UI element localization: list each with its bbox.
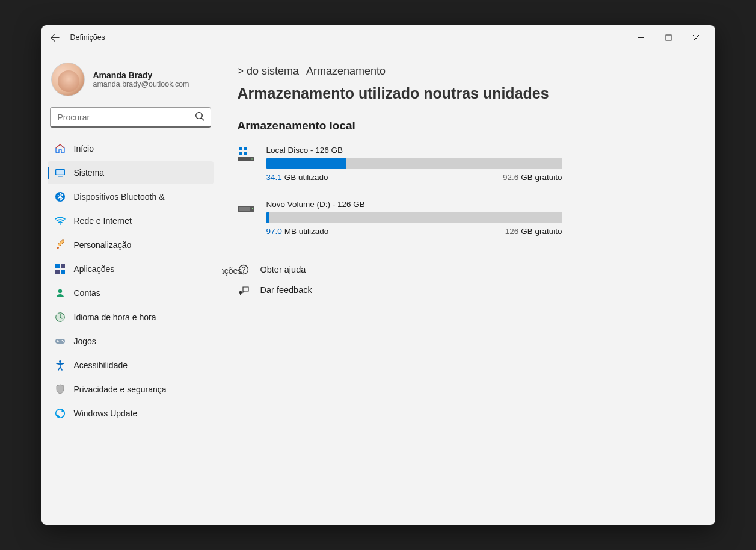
drive-row[interactable]: Local Disco - 126 GB 34.1GB utilizado 92… <box>238 146 562 182</box>
section-heading: Armazenamento local <box>238 119 697 132</box>
bluetooth-icon <box>55 191 66 202</box>
free-text: 92.6GB gratuito <box>503 173 562 182</box>
close-icon <box>693 34 699 41</box>
svg-rect-30 <box>240 294 241 295</box>
link-label: Obter ajuda <box>260 265 306 274</box>
breadcrumb: > do sistema Armazenamento Armazenamento… <box>238 65 697 102</box>
storage-bar <box>266 212 562 223</box>
avatar <box>51 63 85 96</box>
sidebar-item-acessibilidade[interactable]: Acessibilidade <box>48 354 214 377</box>
close-button[interactable] <box>683 28 710 47</box>
svg-point-16 <box>59 360 61 363</box>
sidebar-item-label: Acessibilidade <box>74 360 128 370</box>
svg-rect-8 <box>61 264 65 268</box>
sidebar-item-aplicacoes[interactable]: Aplicações <box>48 258 214 280</box>
svg-rect-25 <box>239 207 250 211</box>
svg-rect-9 <box>55 270 60 274</box>
drive-row[interactable]: Novo Volume (D:) - 126 GB 97.0MB utiliza… <box>238 200 562 236</box>
svg-rect-10 <box>61 270 65 274</box>
svg-rect-0 <box>666 35 671 40</box>
get-help-link[interactable]: Obter ajuda <box>238 264 697 276</box>
arrow-left-icon <box>51 33 60 42</box>
svg-point-17 <box>55 409 64 418</box>
back-button[interactable] <box>46 28 64 46</box>
give-feedback-link[interactable]: Dar feedback <box>238 284 697 296</box>
main-content: > do sistema Armazenamento Armazenamento… <box>222 49 715 525</box>
nav: Início Sistema Dispositivos Bluetooth & <box>45 135 216 427</box>
sidebar-item-bluetooth[interactable]: Dispositivos Bluetooth & <box>48 185 214 208</box>
svg-point-6 <box>59 223 60 224</box>
sidebar-item-label: Dispositivos Bluetooth & <box>74 192 165 202</box>
drive-name: Local Disco - 126 GB <box>266 146 562 155</box>
sidebar-item-inicio[interactable]: Início <box>48 137 214 160</box>
maximize-button[interactable] <box>655 28 683 47</box>
svg-point-14 <box>61 340 63 341</box>
sidebar-item-personalizacao[interactable]: Personalização <box>48 233 214 256</box>
help-links: Aplicações Obter ajuda Dar feedback <box>238 264 697 296</box>
feedback-icon <box>238 284 250 296</box>
breadcrumb-part1[interactable]: > do sistema <box>238 65 300 78</box>
search-input[interactable] <box>50 107 211 128</box>
sidebar-item-label: Privacidade e segurança <box>74 385 167 394</box>
storage-bar-fill <box>266 158 346 169</box>
volume-disk-icon <box>238 201 256 217</box>
svg-rect-18 <box>239 147 242 150</box>
svg-point-29 <box>239 291 242 294</box>
sidebar-item-update[interactable]: Windows Update <box>48 402 214 425</box>
window-controls <box>627 28 710 47</box>
used-text: 34.1GB utilizado <box>266 173 328 182</box>
profile-block[interactable]: Amanda Brady amanda.brady@outlook.com <box>45 55 216 107</box>
svg-rect-7 <box>55 264 60 268</box>
apps-icon <box>55 264 66 274</box>
minimize-icon <box>638 34 644 41</box>
svg-rect-19 <box>244 147 247 150</box>
accessibility-icon <box>55 360 66 371</box>
svg-point-26 <box>251 208 253 209</box>
search-wrap <box>45 107 216 135</box>
sidebar-item-label: Personalização <box>74 240 132 250</box>
link-label: Dar feedback <box>260 285 312 295</box>
sidebar-item-idioma[interactable]: Idioma de hora e hora <box>48 306 214 329</box>
sidebar-item-label: Sistema <box>74 168 105 178</box>
titlebar: Definições <box>41 25 715 49</box>
settings-window: Definições Amanda Brady amanda.brady@out… <box>41 25 715 525</box>
floating-label-aplicacoes: Aplicações <box>222 266 242 276</box>
brush-icon <box>55 239 66 250</box>
sidebar-item-contas[interactable]: Contas <box>48 282 214 304</box>
page-title: Armazenamento utilizado noutras unidades <box>238 85 549 102</box>
sidebar-item-label: Início <box>74 144 94 153</box>
svg-point-28 <box>243 271 244 273</box>
account-icon <box>55 288 66 298</box>
profile-email: amanda.brady@outlook.com <box>93 80 189 88</box>
clock-globe-icon <box>55 312 66 323</box>
free-text: 126GB gratuito <box>505 227 562 236</box>
storage-bar-fill <box>266 212 269 223</box>
svg-rect-20 <box>239 152 242 155</box>
sidebar-item-label: Rede e Internet <box>74 216 132 226</box>
svg-point-15 <box>63 341 64 342</box>
sidebar-item-privacidade[interactable]: Privacidade e segurança <box>48 378 214 401</box>
wifi-icon <box>55 215 66 226</box>
sidebar-item-label: Aplicações <box>74 264 115 274</box>
sidebar-item-label: Contas <box>74 288 100 298</box>
sidebar-item-rede[interactable]: Rede e Internet <box>48 209 214 232</box>
svg-rect-21 <box>244 152 247 155</box>
maximize-icon <box>665 34 672 41</box>
svg-rect-3 <box>56 170 64 174</box>
used-text: 97.0MB utilizado <box>266 227 329 236</box>
breadcrumb-part2[interactable]: Armazenamento <box>306 65 386 78</box>
sidebar: Amanda Brady amanda.brady@outlook.com In… <box>41 49 222 525</box>
window-title: Definições <box>70 33 105 42</box>
svg-rect-4 <box>58 176 63 177</box>
minimize-button[interactable] <box>627 28 655 47</box>
home-icon <box>55 143 66 154</box>
svg-point-23 <box>251 158 252 159</box>
shield-icon <box>55 384 66 395</box>
system-icon <box>55 167 66 178</box>
local-disk-icon <box>238 147 256 162</box>
update-icon <box>55 408 66 419</box>
drive-name: Novo Volume (D:) - 126 GB <box>266 200 562 209</box>
sidebar-item-jogos[interactable]: Jogos <box>48 330 214 353</box>
storage-bar <box>266 158 562 169</box>
sidebar-item-sistema[interactable]: Sistema <box>48 161 214 184</box>
